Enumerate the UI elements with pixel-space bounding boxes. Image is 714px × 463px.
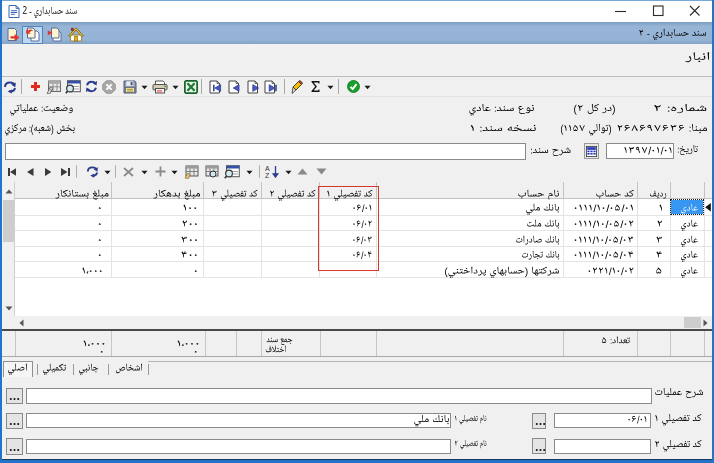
svg-text:A: A: [265, 165, 270, 172]
svg-text:Z: Z: [265, 172, 270, 178]
